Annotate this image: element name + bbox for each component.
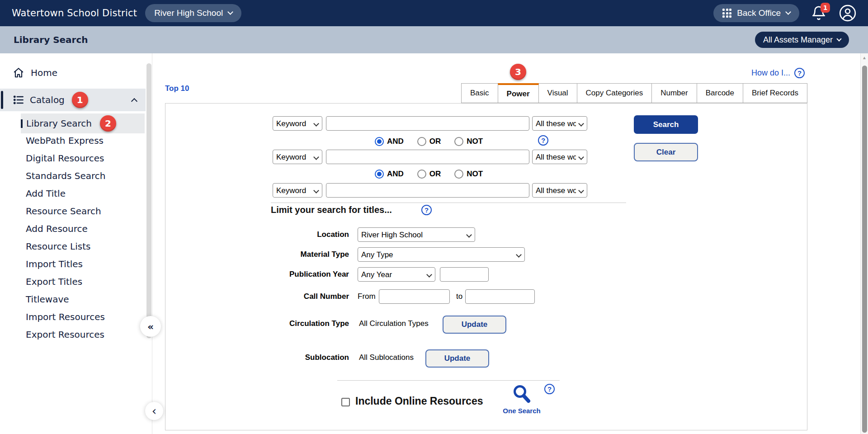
radio-and-icon[interactable] <box>375 137 384 146</box>
mode-select-3[interactable]: All these words <box>532 183 587 198</box>
sidebar-item-resource-lists[interactable]: Resource Lists <box>26 238 105 255</box>
mode-select-1[interactable]: All these words <box>532 116 587 131</box>
sidebar-scrollbar-thumb[interactable] <box>146 63 151 338</box>
publication-year-select[interactable]: Any Year <box>358 267 435 282</box>
tab-power[interactable]: Power 3 <box>498 83 539 103</box>
school-selector-label: River High School <box>154 8 223 18</box>
call-number-from-input[interactable] <box>379 289 450 304</box>
clear-button[interactable]: Clear <box>634 143 698 161</box>
scroll-up-arrow-icon[interactable]: ▲ <box>861 55 868 60</box>
sidebar-item-standards-search[interactable]: Standards Search <box>26 167 105 185</box>
page-scrollbar[interactable]: ▲ <box>860 53 868 434</box>
tab-basic[interactable]: Basic <box>461 83 498 103</box>
role-selector-label: All Assets Manager <box>763 35 833 45</box>
sidebar-item-webpath-express[interactable]: WebPath Express <box>26 132 105 150</box>
sidebar-item-resource-search[interactable]: Resource Search <box>26 203 105 220</box>
help-icon[interactable]: ? <box>421 205 432 215</box>
help-icon[interactable]: ? <box>538 135 548 146</box>
sidebar-item-export-titles[interactable]: Export Titles <box>26 273 105 291</box>
role-selector[interactable]: All Assets Manager <box>755 32 849 48</box>
how-do-i-link[interactable]: How do I... <box>751 68 790 78</box>
help-icon[interactable]: ? <box>544 384 555 394</box>
publication-year-input[interactable] <box>440 267 489 282</box>
sidebar-item-import-titles[interactable]: Import Titles <box>26 255 105 273</box>
sidebar-item-import-resources[interactable]: Import Resources <box>26 308 105 326</box>
tab-barcode[interactable]: Barcode <box>697 83 743 103</box>
grid-icon <box>722 9 731 18</box>
one-search-button[interactable]: One Search <box>501 384 542 415</box>
radio-not-icon[interactable] <box>454 137 463 146</box>
catalog-label: Catalog <box>30 94 65 105</box>
operator-group-2: AND OR NOT <box>326 167 532 181</box>
operator-and-1[interactable]: AND <box>375 137 404 146</box>
material-type-select[interactable]: Any Type <box>358 247 525 262</box>
sidebar-item-add-resource[interactable]: Add Resource <box>26 220 105 238</box>
location-select[interactable]: River High School <box>358 227 475 242</box>
field-select-3[interactable]: Keyword <box>273 183 322 198</box>
radio-and-icon[interactable] <box>375 170 384 179</box>
sidebar-collapse-button[interactable]: « <box>140 316 161 337</box>
how-do-i: How do I... ? <box>751 68 805 78</box>
panel-collapse-button[interactable]: ‹ <box>145 402 163 420</box>
tab-copy-categories[interactable]: Copy Categories <box>577 83 652 103</box>
operator-or-2[interactable]: OR <box>417 170 441 179</box>
magnifier-icon <box>511 384 532 405</box>
subbar: Library Search All Assets Manager <box>0 26 868 53</box>
notifications-button[interactable]: 1 <box>811 5 827 21</box>
operator-group-1: AND OR NOT <box>326 135 532 148</box>
search-term-input-3[interactable] <box>326 183 529 198</box>
library-search-label: Library Search <box>26 118 92 129</box>
search-button[interactable]: Search <box>634 115 698 134</box>
catalog-list-icon <box>13 94 24 106</box>
include-online-checkbox[interactable] <box>341 398 350 406</box>
field-select-2[interactable]: Keyword <box>273 150 322 164</box>
radio-not-icon[interactable] <box>454 170 463 179</box>
circulation-update-button[interactable]: Update <box>443 316 506 334</box>
from-label: From <box>358 292 376 301</box>
active-item-indicator <box>21 119 23 128</box>
step-badge-1: 1 <box>72 92 88 108</box>
sidebar-item-titlewave[interactable]: Titlewave <box>26 291 105 308</box>
call-number-label: Call Number <box>184 292 349 301</box>
mode-select-2[interactable]: All these words <box>532 150 587 164</box>
app-window: Watertown School District River High Sch… <box>0 0 868 434</box>
sidebar-item-catalog[interactable]: Catalog 1 <box>0 89 146 111</box>
school-selector[interactable]: River High School <box>145 4 241 22</box>
topbar-right: Back Office 1 <box>713 4 856 22</box>
back-office-button[interactable]: Back Office <box>713 4 799 22</box>
operator-or-1[interactable]: OR <box>417 137 441 146</box>
tab-number[interactable]: Number <box>651 83 697 103</box>
sublocation-update-button[interactable]: Update <box>425 349 489 368</box>
district-name: Watertown School District <box>12 8 137 19</box>
chevron-up-icon <box>131 98 137 104</box>
tab-power-label: Power <box>507 90 530 99</box>
operator-not-1[interactable]: NOT <box>454 137 483 146</box>
sidebar-item-library-search[interactable]: Library Search 2 <box>21 113 145 133</box>
keyword-row-2: Keyword All these words <box>273 150 587 164</box>
circulation-type-label: Circulation Type <box>184 319 349 328</box>
active-section-indicator <box>1 91 3 109</box>
chevron-down-icon <box>836 36 841 41</box>
sidebar-item-export-resources[interactable]: Export Resources <box>26 326 105 344</box>
search-term-input-2[interactable] <box>326 150 529 164</box>
operator-and-2[interactable]: AND <box>375 170 404 179</box>
tab-visual[interactable]: Visual <box>538 83 577 103</box>
sidebar-item-add-title[interactable]: Add Title <box>26 185 105 203</box>
top10-link[interactable]: Top 10 <box>165 84 189 93</box>
field-select-1[interactable]: Keyword <box>273 116 322 131</box>
avatar-button[interactable] <box>839 5 856 22</box>
page-scrollbar-thumb[interactable] <box>862 66 867 433</box>
search-tabs: Basic Power 3 Visual Copy Categories Num… <box>462 83 807 103</box>
chevron-down-icon <box>785 9 791 15</box>
sidebar-item-digital-resources[interactable]: Digital Resources <box>26 150 105 167</box>
tab-brief-records[interactable]: Brief Records <box>743 83 807 103</box>
sidebar-item-home[interactable]: Home <box>13 67 57 79</box>
radio-or-icon[interactable] <box>417 137 426 146</box>
page-title: Library Search <box>14 34 88 45</box>
search-term-input-1[interactable] <box>326 116 529 131</box>
call-number-to-input[interactable] <box>465 289 535 304</box>
to-label: to <box>456 292 462 301</box>
radio-or-icon[interactable] <box>417 170 426 179</box>
help-icon[interactable]: ? <box>794 68 805 78</box>
operator-not-2[interactable]: NOT <box>454 170 483 179</box>
